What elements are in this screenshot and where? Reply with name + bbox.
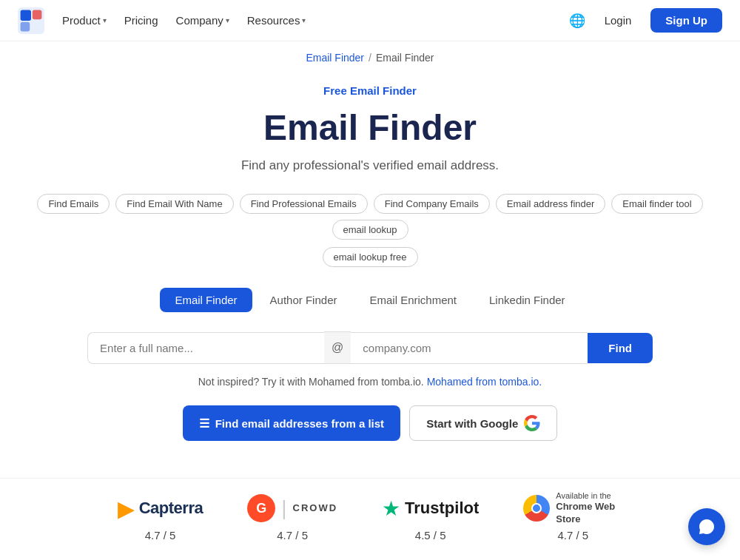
hero-title: Email Finder [12, 107, 728, 148]
nav-resources[interactable]: Resources ▾ [240, 10, 314, 31]
hint-text: Not inspired? Try it with Mohamed from t… [198, 376, 427, 388]
capterra-logo: ▶ Capterra [118, 493, 203, 523]
breadcrumb-parent[interactable]: Email Finder [306, 52, 364, 64]
chrome-logo: Available in the Chrome Web Store [523, 493, 622, 523]
breadcrumb: Email Finder / Email Finder [0, 41, 740, 67]
tags-row-2: email lookup free [12, 247, 728, 267]
tag-find-company[interactable]: Find Company Emails [374, 194, 490, 214]
action-buttons: ☰ Find email addresses from a list Start… [12, 405, 728, 441]
list-icon: ☰ [199, 416, 209, 431]
tag-lookup-free[interactable]: email lookup free [323, 247, 418, 267]
trustpilot-logo: ★ Trustpilot [382, 493, 479, 523]
breadcrumb-current: Email Finder [376, 52, 434, 64]
hint-link[interactable]: Mohamed from tomba.io. [427, 376, 542, 388]
resources-chevron-icon: ▾ [302, 16, 306, 24]
login-button[interactable]: Login [594, 9, 642, 32]
chrome-text: Available in the Chrome Web Store [556, 490, 622, 526]
svg-rect-2 [33, 10, 42, 19]
search-bar: @ Find [12, 331, 728, 364]
tabs: Email Finder Author Finder Email Enrichm… [12, 288, 728, 312]
find-button[interactable]: Find [588, 333, 653, 363]
hero-subtitle: Find any professional's verified email a… [12, 158, 728, 173]
tag-address-finder[interactable]: Email address finder [496, 194, 606, 214]
g2-logo: G | CROWD [247, 493, 337, 523]
find-from-list-button[interactable]: ☰ Find email addresses from a list [183, 405, 400, 441]
chrome-icon [523, 495, 550, 522]
tag-find-professional[interactable]: Find Professional Emails [240, 194, 368, 214]
svg-rect-1 [21, 10, 31, 20]
chrome-score: 4.7 / 5 [557, 529, 588, 542]
rating-chrome: Available in the Chrome Web Store 4.7 / … [523, 493, 622, 542]
google-icon [524, 415, 540, 431]
g2-crowd-text: CROWD [293, 503, 338, 513]
nav-left: Product ▾ Pricing Company ▾ Resources ▾ [18, 7, 313, 34]
nav-right: 🌐 Login Sign Up [569, 8, 722, 33]
trustpilot-text: Trustpilot [405, 499, 479, 518]
tag-email-lookup[interactable]: email lookup [332, 220, 408, 240]
tab-email-enrichment[interactable]: Email Enrichment [354, 288, 471, 312]
tab-linkedin-finder[interactable]: Linkedin Finder [474, 288, 580, 312]
g2-score: 4.7 / 5 [277, 529, 308, 542]
navbar: Product ▾ Pricing Company ▾ Resources ▾ … [0, 0, 740, 41]
capterra-score: 4.7 / 5 [145, 529, 176, 542]
tag-find-emails[interactable]: Find Emails [37, 194, 110, 214]
hero-section: Free Email Finder Email Finder Find any … [0, 67, 740, 441]
hero-label: Free Email Finder [12, 84, 728, 97]
nav-links: Product ▾ Pricing Company ▾ Resources ▾ [55, 10, 313, 31]
globe-icon[interactable]: 🌐 [569, 13, 585, 29]
product-chevron-icon: ▾ [103, 16, 107, 24]
nav-product[interactable]: Product ▾ [55, 10, 114, 31]
capterra-arrow-icon: ▶ [118, 496, 135, 522]
trustpilot-score: 4.5 / 5 [415, 529, 446, 542]
tab-email-finder[interactable]: Email Finder [160, 288, 252, 312]
company-chevron-icon: ▾ [226, 16, 229, 24]
signup-button[interactable]: Sign Up [650, 8, 722, 33]
rating-capterra: ▶ Capterra 4.7 / 5 [118, 493, 203, 542]
list-button-label: Find email addresses from a list [215, 417, 384, 430]
tags-row-1: Find Emails Find Email With Name Find Pr… [12, 194, 728, 240]
g2-circle: G [247, 494, 275, 522]
tag-find-email-name[interactable]: Find Email With Name [115, 194, 233, 214]
search-hint: Not inspired? Try it with Mohamed from t… [12, 376, 728, 388]
tab-author-finder[interactable]: Author Finder [255, 288, 352, 312]
search-name-input[interactable] [87, 332, 324, 364]
rating-trustpilot: ★ Trustpilot 4.5 / 5 [382, 493, 479, 542]
chat-icon [698, 518, 716, 536]
breadcrumb-separator: / [369, 52, 371, 64]
start-with-google-button[interactable]: Start with Google [409, 405, 557, 441]
nav-pricing[interactable]: Pricing [117, 10, 166, 31]
chat-bubble[interactable] [688, 508, 725, 545]
at-symbol: @ [324, 331, 351, 364]
ratings-section: ▶ Capterra 4.7 / 5 G | CROWD 4.7 / 5 ★ T… [0, 478, 740, 560]
google-button-label: Start with Google [426, 417, 518, 430]
logo-icon[interactable] [18, 7, 44, 34]
nav-company[interactable]: Company ▾ [169, 10, 237, 31]
rating-g2: G | CROWD 4.7 / 5 [247, 493, 337, 542]
tag-finder-tool[interactable]: Email finder tool [611, 194, 702, 214]
trustpilot-star-icon: ★ [382, 496, 400, 521]
svg-rect-3 [21, 21, 30, 31]
capterra-text: Capterra [139, 499, 203, 518]
search-company-input[interactable] [351, 332, 588, 364]
